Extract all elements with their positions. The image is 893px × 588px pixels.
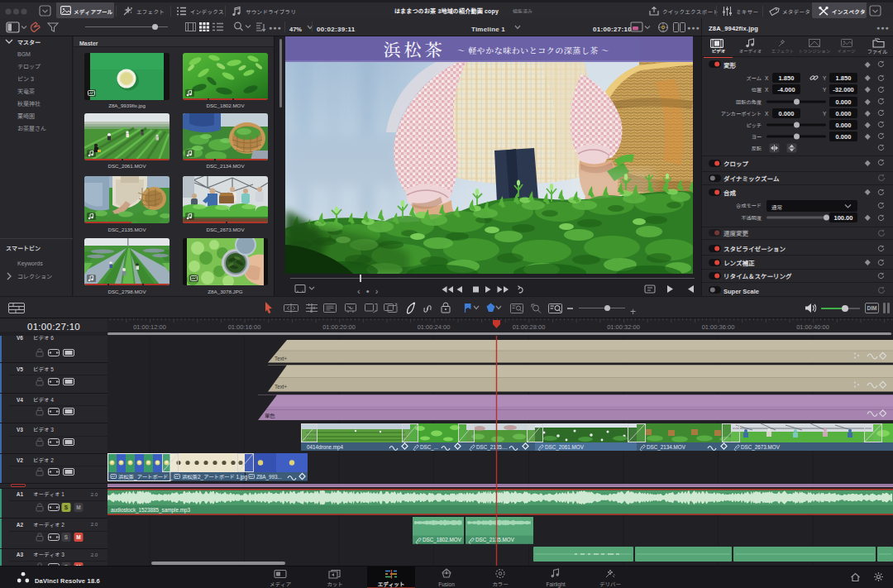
svg-text:0414drone.mp4: 0414drone.mp4	[307, 443, 344, 450]
svg-text:01:00:12:00: 01:00:12:00	[133, 323, 166, 331]
svg-text:DSC_...: DSC_...	[420, 443, 438, 450]
svg-text:01:00:20:00: 01:00:20:00	[322, 323, 356, 331]
svg-text:単色: 単色	[265, 412, 275, 419]
svg-text:浜松茶: 浜松茶	[383, 36, 445, 61]
svg-text:01:00:16:00: 01:00:16:00	[228, 323, 261, 331]
svg-text:Text+: Text+	[275, 384, 288, 390]
svg-text:DSC_2134.MOV: DSC_2134.MOV	[647, 443, 686, 450]
svg-text:01:00:24:00: 01:00:24:00	[418, 323, 451, 331]
svg-text:DSC_1802.MOV: DSC_1802.MOV	[423, 537, 462, 543]
svg-text:01:00:32:00: 01:00:32:00	[607, 323, 640, 331]
svg-text:S: S	[64, 534, 69, 540]
svg-text:DSC_2061.MOV: DSC_2061.MOV	[545, 443, 585, 450]
svg-text:浜松茶2_アートボード 1.jpg: 浜松茶2_アートボード 1.jpg	[182, 472, 248, 480]
svg-text:01:00:36:00: 01:00:36:00	[702, 323, 735, 331]
svg-text:M: M	[76, 534, 80, 540]
svg-text:DSC_2135.MOV: DSC_2135.MOV	[475, 537, 515, 543]
svg-text:01:00:40:00: 01:00:40:00	[796, 323, 829, 331]
svg-text:DSC_2135....: DSC_2135....	[476, 443, 508, 450]
svg-text:Text+: Text+	[275, 355, 288, 361]
svg-text:M: M	[76, 504, 80, 510]
svg-text:浜松茶_アートボード _: 浜松茶_アートボード _	[118, 472, 173, 480]
svg-text:DSC_2673.MOV: DSC_2673.MOV	[741, 443, 781, 450]
svg-text:S: S	[64, 504, 69, 510]
svg-text:audiostock_1523885_sample.mp3: audiostock_1523885_sample.mp3	[111, 506, 190, 513]
svg-text:01:00:28:00: 01:00:28:00	[513, 323, 546, 331]
svg-text:～ 軽やかな味わいとコクの深蒸し茶 ～: ～ 軽やかな味わいとコクの深蒸し茶 ～	[456, 44, 609, 56]
svg-text:Z8A_993...: Z8A_993...	[256, 472, 282, 480]
